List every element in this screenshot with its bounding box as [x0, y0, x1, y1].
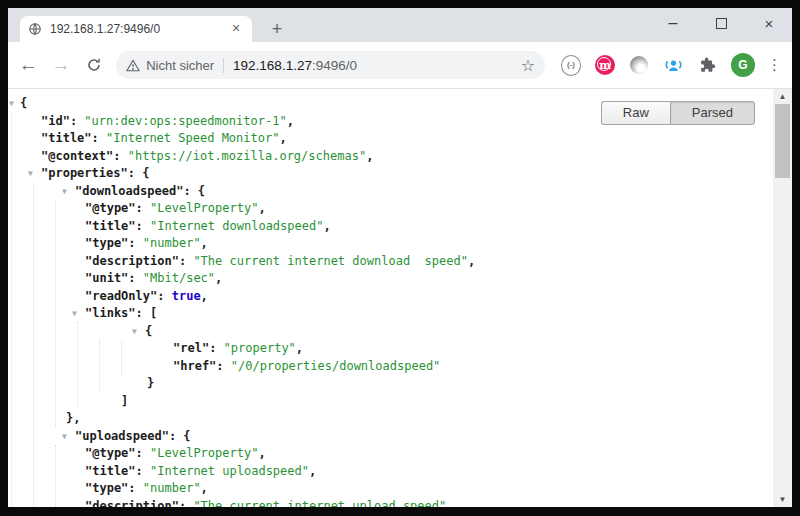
json-punct: , — [201, 481, 208, 495]
json-line: "@type": "LevelProperty", — [8, 445, 772, 463]
json-punct: , — [279, 131, 286, 145]
json-punct: : { — [169, 429, 191, 443]
extension-pink-m-icon[interactable]: m — [595, 55, 615, 75]
json-key: "title" — [85, 464, 136, 478]
json-punct: : — [70, 114, 84, 128]
json-line: "title": "Internet Speed Monitor", — [8, 130, 772, 148]
forward-button[interactable]: → — [49, 52, 74, 78]
json-string: "number" — [143, 236, 201, 250]
bookmark-star-icon[interactable]: ☆ — [521, 56, 535, 75]
json-key: "title" — [85, 219, 136, 233]
scroll-down-icon[interactable]: ▼ — [773, 492, 792, 507]
json-string: "property" — [224, 341, 296, 355]
json-bool: true — [172, 289, 201, 303]
minimize-button[interactable]: – — [664, 14, 682, 32]
json-line: ▼"properties": { — [8, 165, 772, 183]
collapse-triangle-icon[interactable]: ▼ — [72, 305, 77, 323]
json-punct: , — [446, 499, 453, 508]
json-string: "Internet downloadspeed" — [150, 219, 323, 233]
json-line: "@context": "https://iot.mozilla.org/sch… — [8, 148, 772, 166]
extension-orb-icon[interactable] — [629, 55, 649, 75]
json-key: "rel" — [173, 341, 209, 355]
json-line: ▼"downloadspeed": { — [8, 183, 772, 201]
security-status-text: Nicht sicher — [146, 58, 214, 73]
json-punct: , — [287, 114, 294, 128]
json-punct: : — [113, 149, 127, 163]
json-punct: : { — [183, 184, 205, 198]
json-string: "The current internet upload speed" — [193, 499, 446, 508]
browser-toolbar: ← → Nicht sicher 192.168.1.27:9496/0 ☆ (… — [8, 42, 792, 89]
close-button[interactable]: × — [760, 14, 778, 32]
json-punct: : — [128, 481, 142, 495]
address-bar[interactable]: Nicht sicher 192.168.1.27:9496/0 ☆ — [116, 51, 545, 79]
json-line: "href": "/0/properties/downloadspeed" — [8, 358, 772, 376]
json-punct: , — [296, 341, 303, 355]
browser-window: 192.168.1.27:9496/0 × + – × ← → Nicht si — [8, 8, 792, 507]
json-string: "/0/properties/downloadspeed" — [231, 359, 441, 373]
json-punct: : — [136, 219, 150, 233]
tab-strip: 192.168.1.27:9496/0 × + – × — [8, 8, 792, 42]
json-string: "LevelProperty" — [150, 201, 258, 215]
extensions-puzzle-icon[interactable] — [697, 55, 717, 75]
new-tab-button[interactable]: + — [264, 16, 290, 42]
extension-paren-icon[interactable]: (-) — [561, 55, 581, 75]
json-line: "readOnly": true, — [8, 288, 772, 306]
json-string: "The current internet download speed" — [193, 254, 468, 268]
collapse-triangle-icon[interactable]: ▼ — [9, 95, 14, 113]
json-line: "type": "number", — [8, 480, 772, 498]
collapse-triangle-icon[interactable]: ▼ — [62, 428, 67, 446]
extension-blue-reader-icon[interactable] — [663, 55, 683, 75]
collapse-triangle-icon[interactable]: ▼ — [62, 183, 67, 201]
json-key: "downloadspeed" — [75, 184, 183, 198]
json-punct: , — [309, 464, 316, 478]
json-line: "description": "The current internet dow… — [8, 253, 772, 271]
url-text: 192.168.1.27:9496/0 — [233, 58, 515, 73]
json-punct: , — [258, 446, 265, 460]
json-line: "rel": "property", — [8, 340, 772, 358]
json-punct: { — [20, 96, 27, 110]
json-line: ] — [8, 393, 772, 411]
json-string: "number" — [143, 481, 201, 495]
maximize-button[interactable] — [712, 14, 730, 32]
json-key: "type" — [85, 481, 128, 495]
scrollbar-thumb[interactable] — [775, 104, 790, 178]
raw-button[interactable]: Raw — [601, 101, 670, 125]
json-line: ▼"uploadspeed": { — [8, 428, 772, 446]
parsed-button[interactable]: Parsed — [670, 101, 755, 125]
json-line: "title": "Internet downloadspeed", — [8, 218, 772, 236]
tab-close-icon[interactable]: × — [228, 21, 244, 37]
reload-button[interactable] — [81, 52, 106, 78]
json-string: "https://iot.mozilla.org/schemas" — [128, 149, 366, 163]
json-punct: , — [201, 289, 208, 303]
profile-avatar[interactable]: G — [731, 53, 755, 77]
scroll-up-icon[interactable]: ▲ — [773, 89, 792, 104]
browser-tab[interactable]: 192.168.1.27:9496/0 × — [20, 16, 252, 42]
json-key: "uploadspeed" — [75, 429, 169, 443]
scrollbar[interactable]: ▲ ▼ — [773, 89, 792, 507]
maximize-icon — [716, 18, 727, 29]
json-key: "@context" — [41, 149, 113, 163]
collapse-triangle-icon[interactable]: ▼ — [132, 323, 137, 341]
json-punct: , — [468, 254, 475, 268]
view-toggle: Raw Parsed — [601, 101, 755, 125]
json-key: "title" — [41, 131, 92, 145]
json-punct: }, — [66, 411, 80, 425]
json-punct: : — [209, 341, 223, 355]
json-line: }, — [8, 410, 772, 428]
json-punct: : — [128, 236, 142, 250]
back-button[interactable]: ← — [16, 52, 41, 78]
url-host: 192.168.1.27 — [233, 58, 312, 73]
json-key: "description" — [85, 499, 179, 508]
json-key: "href" — [173, 359, 216, 373]
json-string: "Internet uploadspeed" — [150, 464, 309, 478]
json-punct: : — [128, 271, 142, 285]
json-string: "Mbit/sec" — [143, 271, 215, 285]
json-key: "id" — [41, 114, 70, 128]
json-punct: : — [179, 499, 193, 508]
collapse-triangle-icon[interactable]: ▼ — [28, 165, 33, 183]
window-controls: – × — [664, 8, 786, 38]
json-string: "Internet Speed Monitor" — [106, 131, 279, 145]
json-line: "@type": "LevelProperty", — [8, 200, 772, 218]
json-line: "description": "The current internet upl… — [8, 498, 772, 508]
browser-menu-icon[interactable]: ⋮ — [767, 56, 782, 74]
